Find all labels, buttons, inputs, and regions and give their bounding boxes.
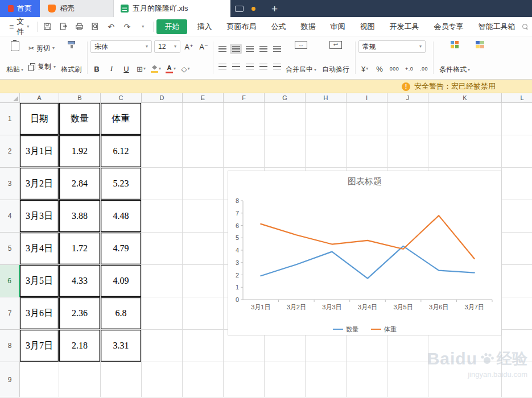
row-header-1[interactable]: 1 <box>0 103 20 135</box>
cell-D2[interactable] <box>142 135 183 168</box>
column-header-B[interactable]: B <box>59 93 101 103</box>
screen-cast-icon[interactable] <box>235 6 244 12</box>
chevron-down-icon[interactable]: ▾ <box>188 67 190 71</box>
chevron-down-icon[interactable]: ▾ <box>159 67 161 71</box>
cell-C6[interactable]: 4.09 <box>101 265 142 297</box>
row-header-4[interactable]: 4 <box>0 200 20 233</box>
command-search[interactable]: 查找命令 <box>522 22 527 31</box>
cell-H1[interactable] <box>306 103 347 135</box>
paste-button[interactable]: 粘贴▾ <box>3 39 26 76</box>
cell-H2[interactable] <box>306 135 347 168</box>
ribbon-tab-会员专享[interactable]: 会员专享 <box>426 19 471 34</box>
wrap-text-button[interactable]: ↩ 自动换行 <box>319 39 352 76</box>
cell-L2[interactable] <box>502 135 532 168</box>
thousands-format-button[interactable]: 000 <box>388 63 401 75</box>
chevron-down-icon[interactable]: ▾ <box>366 67 368 71</box>
cell-I9[interactable] <box>347 362 387 397</box>
cell-A7[interactable]: 3月6日 <box>20 297 59 330</box>
cell-B9[interactable] <box>59 362 101 397</box>
cell-D4[interactable] <box>142 200 183 233</box>
export-button[interactable] <box>56 20 70 34</box>
cell-E4[interactable] <box>183 200 224 233</box>
cell-D8[interactable] <box>142 330 183 362</box>
align-top-button[interactable] <box>216 44 228 54</box>
chevron-down-icon[interactable]: ▾ <box>314 68 316 72</box>
merge-center-button[interactable]: ↔ 合并居中▾ <box>283 39 319 76</box>
cell-C7[interactable]: 6.8 <box>101 297 142 330</box>
cell-E6[interactable] <box>183 265 224 297</box>
cell-L6[interactable] <box>502 265 532 297</box>
percent-format-button[interactable]: % <box>373 63 386 75</box>
chevron-down-icon[interactable]: ▾ <box>21 68 23 72</box>
align-right-button[interactable] <box>244 61 255 72</box>
cell-C3[interactable]: 5.23 <box>101 168 142 200</box>
cell-D5[interactable] <box>142 233 183 265</box>
cell-B8[interactable]: 2.18 <box>59 330 101 362</box>
cell-B6[interactable]: 4.33 <box>59 265 101 297</box>
row-header-7[interactable]: 7 <box>0 297 20 330</box>
column-header-D[interactable]: D <box>142 93 183 103</box>
cell-B7[interactable]: 2.36 <box>59 297 101 330</box>
increase-font-button[interactable]: A⁺ <box>183 40 195 53</box>
cell-J1[interactable] <box>387 103 428 135</box>
chevron-down-icon[interactable]: ▾ <box>27 24 29 29</box>
chevron-down-icon[interactable]: ▾ <box>143 67 146 71</box>
cell-L7[interactable] <box>502 297 532 330</box>
save-button[interactable] <box>40 20 54 34</box>
row-header-8[interactable]: 8 <box>0 330 20 362</box>
italic-button[interactable]: I <box>105 63 118 75</box>
redo-button[interactable]: ↷ <box>120 20 134 34</box>
column-header-L[interactable]: L <box>502 93 532 103</box>
borders-button[interactable]: ⊞▾ <box>135 63 147 75</box>
cell-J9[interactable] <box>387 362 428 397</box>
cell-L9[interactable] <box>502 362 532 397</box>
cell-L3[interactable] <box>502 168 532 200</box>
cell-J2[interactable] <box>387 135 428 168</box>
document-tab[interactable]: 五月的隆隆吖.xls <box>114 0 230 17</box>
justify-button[interactable] <box>257 61 269 72</box>
conditional-format-button[interactable]: 条件格式▾ <box>436 39 473 76</box>
align-left-button[interactable] <box>216 61 228 72</box>
increase-indent-button[interactable] <box>271 44 283 54</box>
chart[interactable]: 图表标题 0123456783月1日3月2日3月3日3月4日3月5日3月6日3月… <box>228 171 502 335</box>
ribbon-tab-数据[interactable]: 数据 <box>293 19 323 34</box>
cell-L8[interactable] <box>502 330 532 362</box>
row-header-6[interactable]: 6 <box>0 265 20 297</box>
cell-K9[interactable] <box>428 362 502 397</box>
chart-title[interactable]: 图表标题 <box>228 171 501 192</box>
cell-H9[interactable] <box>306 362 347 397</box>
font-color-button[interactable]: A▾ <box>164 63 177 75</box>
cell-A3[interactable]: 3月2日 <box>20 168 59 200</box>
column-header-H[interactable]: H <box>306 93 347 103</box>
legend-item-数量[interactable]: 数量 <box>333 325 358 334</box>
row-header-9[interactable]: 9 <box>0 362 20 397</box>
column-header-G[interactable]: G <box>265 93 306 103</box>
cell-A2[interactable]: 3月1日 <box>20 135 59 168</box>
cell-G2[interactable] <box>265 135 306 168</box>
number-format-select[interactable]: 常规 ▾ <box>358 40 426 53</box>
row-header-2[interactable]: 2 <box>0 135 20 168</box>
column-header-J[interactable]: J <box>387 93 428 103</box>
cell-K2[interactable] <box>428 135 502 168</box>
cell-B4[interactable]: 3.88 <box>59 200 101 233</box>
copy-button[interactable]: 复制 ▾ <box>26 61 58 73</box>
cell-E9[interactable] <box>183 362 224 397</box>
decrease-indent-button[interactable] <box>257 44 269 54</box>
cell-C4[interactable]: 4.48 <box>101 200 142 233</box>
select-all-corner[interactable] <box>0 93 20 103</box>
legend-item-体重[interactable]: 体重 <box>371 325 397 334</box>
home-tab[interactable]: 首页 <box>0 0 40 17</box>
cell-L5[interactable] <box>502 233 532 265</box>
cell-C5[interactable]: 4.79 <box>101 233 142 265</box>
cell-E2[interactable] <box>183 135 224 168</box>
cell-L1[interactable] <box>502 103 532 135</box>
ribbon-tab-页面布局[interactable]: 页面布局 <box>219 19 263 34</box>
cut-button[interactable]: ✂ 剪切 ▾ <box>26 43 58 55</box>
cell-C2[interactable]: 6.12 <box>101 135 142 168</box>
cell-K1[interactable] <box>428 103 502 135</box>
align-bottom-button[interactable] <box>244 44 255 54</box>
cell-F2[interactable] <box>224 135 265 168</box>
ribbon-tab-智能工具箱[interactable]: 智能工具箱 <box>471 19 522 34</box>
cell-D1[interactable] <box>142 103 183 135</box>
customize-qat-button[interactable]: ▾ <box>136 20 150 34</box>
